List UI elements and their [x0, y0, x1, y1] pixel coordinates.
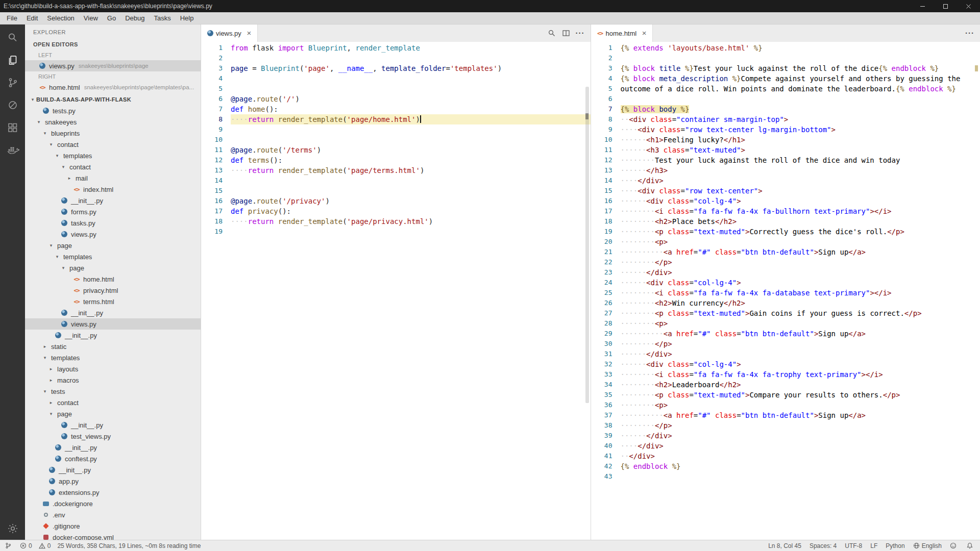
- status-indentation[interactable]: Spaces: 4: [810, 542, 837, 549]
- menu-item-go[interactable]: Go: [103, 12, 120, 24]
- file-item-conftest-py[interactable]: conftest.py: [25, 453, 201, 464]
- file-item-app-py[interactable]: app.py: [25, 475, 201, 487]
- folder-item-templates[interactable]: ▾templates: [25, 352, 201, 363]
- file-item--init-py[interactable]: __init__.py: [25, 464, 201, 475]
- folder-item-contact[interactable]: ▾contact: [25, 161, 201, 172]
- status-word-count[interactable]: 25 Words, 358 Chars, 19 Lines, ~0m 8s re…: [57, 542, 201, 549]
- folder-item-contact[interactable]: ▾contact: [25, 139, 201, 150]
- code-editor-left[interactable]: 1from flask import Blueprint, render_tem…: [201, 42, 591, 540]
- workspace-name: BUILD-A-SAAS-APP-WITH-FLASK: [36, 96, 131, 103]
- status-eol[interactable]: LF: [870, 542, 877, 549]
- file-item--init-py[interactable]: __init__.py: [25, 195, 201, 206]
- line-number: 6: [591, 94, 621, 104]
- workspace-header[interactable]: ▾ BUILD-A-SAAS-APP-WITH-FLASK: [25, 94, 201, 105]
- scrollbar[interactable]: [585, 87, 589, 403]
- docker-button[interactable]: [0, 139, 25, 161]
- folder-item-templates[interactable]: ▾templates: [25, 251, 201, 262]
- file-item-views-py[interactable]: views.py: [25, 318, 201, 330]
- files-button[interactable]: [0, 49, 25, 71]
- open-editors-header[interactable]: OPEN EDITORS: [25, 39, 201, 50]
- close-icon[interactable]: ×: [639, 28, 649, 38]
- file-item-home-html[interactable]: <>home.html: [25, 273, 201, 285]
- close-button[interactable]: [957, 0, 980, 12]
- folder-item-page[interactable]: ▾page: [25, 240, 201, 251]
- split-editor-button[interactable]: [559, 26, 573, 40]
- folder-item-templates[interactable]: ▾templates: [25, 150, 201, 161]
- code-line: 33········<i class="fa fa-fw fa-4x fa-tr…: [591, 369, 980, 380]
- folder-item-contact[interactable]: ▸contact: [25, 397, 201, 408]
- file-item--init-py[interactable]: __init__.py: [25, 419, 201, 431]
- status-errors[interactable]: 0: [20, 542, 32, 549]
- status-branch[interactable]: [5, 542, 13, 549]
- folder-item-layouts[interactable]: ▸layouts: [25, 363, 201, 374]
- code-line: 42{% endblock %}: [591, 461, 980, 471]
- maximize-button[interactable]: [934, 0, 957, 12]
- file-item--init-py[interactable]: __init__.py: [25, 330, 201, 341]
- menu-item-edit[interactable]: Edit: [22, 12, 42, 24]
- explorer-title: EXPLORER: [25, 24, 201, 39]
- settings-button[interactable]: [0, 517, 25, 540]
- file-item--init-py[interactable]: __init__.py: [25, 442, 201, 453]
- folder-item-page[interactable]: ▾page: [25, 408, 201, 419]
- folder-item-macros[interactable]: ▸macros: [25, 374, 201, 386]
- file-item--env[interactable]: .env: [25, 509, 201, 520]
- folder-item-snakeeyes[interactable]: ▾snakeeyes: [25, 116, 201, 128]
- minimize-button[interactable]: [911, 0, 934, 12]
- status-spell-language[interactable]: English: [913, 542, 942, 549]
- more-actions-button[interactable]: ···: [963, 26, 977, 40]
- file-item-views-py[interactable]: views.py: [25, 229, 201, 240]
- status-encoding[interactable]: UTF-8: [845, 542, 862, 549]
- more-actions-button[interactable]: ···: [573, 26, 587, 40]
- code-line: 31······</div>: [591, 349, 980, 359]
- extensions-button[interactable]: [0, 116, 25, 139]
- status-feedback[interactable]: [950, 542, 959, 549]
- folder-item-blueprints[interactable]: ▾blueprints: [25, 128, 201, 139]
- line-content: [231, 176, 591, 186]
- line-content: {% block title %}Test your luck against …: [621, 63, 980, 73]
- error-icon: [20, 542, 27, 549]
- code-editor-right[interactable]: 1{% extends 'layouts/base.html' %}23{% b…: [591, 42, 980, 540]
- tab-home-html[interactable]: <> home.html ×: [591, 24, 653, 42]
- menu-item-file[interactable]: File: [2, 12, 22, 24]
- tab-views-py[interactable]: views.py ×: [201, 24, 258, 42]
- file-item--gitignore[interactable]: .gitignore: [25, 520, 201, 532]
- python-file-icon: [206, 29, 214, 37]
- file-item--init-py[interactable]: __init__.py: [25, 307, 201, 318]
- status-warnings[interactable]: 0: [39, 542, 51, 549]
- folder-item-tests[interactable]: ▾tests: [25, 386, 201, 397]
- debug-button[interactable]: [0, 94, 25, 116]
- file-item-extensions-py[interactable]: extensions.py: [25, 487, 201, 498]
- folder-item-page[interactable]: ▾page: [25, 262, 201, 273]
- file-item-test-views-py[interactable]: test_views.py: [25, 431, 201, 442]
- open-preview-button[interactable]: [545, 26, 559, 40]
- code-line: 38········</p>: [591, 420, 980, 431]
- folder-item-static[interactable]: ▸static: [25, 341, 201, 352]
- line-number: 33: [591, 369, 621, 380]
- search-button[interactable]: [0, 27, 25, 49]
- open-editor-item[interactable]: <>home.htmlsnakeeyes\blueprints\page\tem…: [25, 82, 201, 93]
- editor-group-left: views.py × ··· 1from flask import Bluepr…: [201, 24, 591, 540]
- close-icon[interactable]: ×: [244, 28, 254, 38]
- file-item-tests-py[interactable]: tests.py: [25, 105, 201, 116]
- status-cursor-position[interactable]: Ln 8, Col 45: [768, 542, 801, 549]
- menu-item-help[interactable]: Help: [176, 12, 199, 24]
- line-content: ······</div>: [621, 267, 980, 278]
- status-language-mode[interactable]: Python: [886, 542, 904, 549]
- file-item-terms-html[interactable]: <>terms.html: [25, 296, 201, 307]
- file-item-index-html[interactable]: <>index.html: [25, 184, 201, 195]
- line-content: ······</div>: [621, 349, 980, 359]
- file-item-privacy-html[interactable]: <>privacy.html: [25, 285, 201, 296]
- menu-item-view[interactable]: View: [79, 12, 103, 24]
- file-item-tasks-py[interactable]: tasks.py: [25, 217, 201, 229]
- menu-item-selection[interactable]: Selection: [42, 12, 79, 24]
- source-control-button[interactable]: [0, 71, 25, 94]
- menu-item-tasks[interactable]: Tasks: [149, 12, 175, 24]
- file-item-docker-compose-yml[interactable]: docker-compose.yml: [25, 532, 201, 540]
- line-number: 7: [591, 104, 621, 114]
- menu-item-debug[interactable]: Debug: [120, 12, 149, 24]
- folder-item-mail[interactable]: ▸mail: [25, 172, 201, 184]
- file-item--dockerignore[interactable]: .dockerignore: [25, 498, 201, 509]
- open-editor-item[interactable]: views.pysnakeeyes\blueprints\page: [25, 60, 201, 71]
- status-notifications[interactable]: [967, 542, 975, 549]
- file-item-forms-py[interactable]: forms.py: [25, 206, 201, 217]
